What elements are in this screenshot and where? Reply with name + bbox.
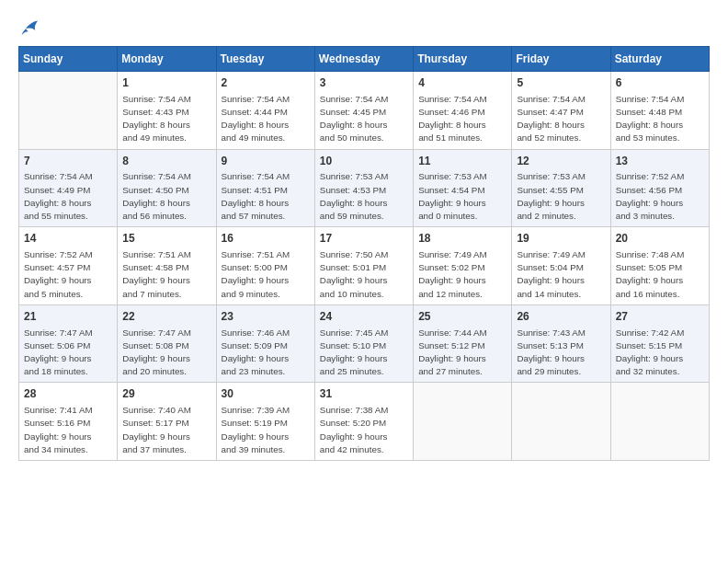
calendar-cell: 7Sunrise: 7:54 AM Sunset: 4:49 PM Daylig… xyxy=(19,149,118,227)
week-row-3: 14Sunrise: 7:52 AM Sunset: 4:57 PM Dayli… xyxy=(19,227,710,305)
calendar-cell: 5Sunrise: 7:54 AM Sunset: 4:47 PM Daylig… xyxy=(512,72,610,150)
day-number: 30 xyxy=(222,386,310,402)
day-number: 5 xyxy=(517,75,605,91)
header-day-monday: Monday xyxy=(118,47,216,72)
header-day-tuesday: Tuesday xyxy=(216,47,314,72)
cell-info: Sunrise: 7:51 AM Sunset: 5:00 PM Dayligh… xyxy=(222,248,310,301)
cell-info: Sunrise: 7:53 AM Sunset: 4:53 PM Dayligh… xyxy=(320,170,408,223)
day-number: 7 xyxy=(24,154,112,169)
cell-info: Sunrise: 7:50 AM Sunset: 5:01 PM Dayligh… xyxy=(320,248,408,301)
day-number: 23 xyxy=(222,309,310,325)
header-row: SundayMondayTuesdayWednesdayThursdayFrid… xyxy=(19,47,710,72)
calendar-cell: 14Sunrise: 7:52 AM Sunset: 4:57 PM Dayli… xyxy=(19,227,118,305)
cell-info: Sunrise: 7:44 AM Sunset: 5:12 PM Dayligh… xyxy=(418,327,506,379)
cell-info: Sunrise: 7:54 AM Sunset: 4:47 PM Dayligh… xyxy=(517,93,605,145)
logo-bird-icon xyxy=(20,17,40,37)
day-number: 6 xyxy=(616,75,704,91)
day-number: 13 xyxy=(616,154,704,169)
calendar-cell: 18Sunrise: 7:49 AM Sunset: 5:02 PM Dayli… xyxy=(414,227,512,305)
day-number: 8 xyxy=(122,154,210,169)
cell-info: Sunrise: 7:54 AM Sunset: 4:45 PM Dayligh… xyxy=(320,93,408,145)
day-number: 15 xyxy=(122,231,210,247)
calendar-cell: 8Sunrise: 7:54 AM Sunset: 4:50 PM Daylig… xyxy=(118,149,216,227)
cell-info: Sunrise: 7:38 AM Sunset: 5:20 PM Dayligh… xyxy=(320,404,408,456)
calendar-cell: 2Sunrise: 7:54 AM Sunset: 4:44 PM Daylig… xyxy=(216,72,314,150)
calendar-cell: 25Sunrise: 7:44 AM Sunset: 5:12 PM Dayli… xyxy=(414,304,512,383)
calendar-cell: 9Sunrise: 7:54 AM Sunset: 4:51 PM Daylig… xyxy=(216,149,314,227)
day-number: 9 xyxy=(222,154,310,169)
cell-info: Sunrise: 7:52 AM Sunset: 4:57 PM Dayligh… xyxy=(24,248,112,301)
calendar-body: 1Sunrise: 7:54 AM Sunset: 4:43 PM Daylig… xyxy=(19,72,710,461)
header-day-saturday: Saturday xyxy=(610,47,709,72)
calendar-cell: 1Sunrise: 7:54 AM Sunset: 4:43 PM Daylig… xyxy=(118,72,216,150)
day-number: 29 xyxy=(122,386,210,402)
calendar-cell: 4Sunrise: 7:54 AM Sunset: 4:46 PM Daylig… xyxy=(414,72,512,150)
calendar-cell: 19Sunrise: 7:49 AM Sunset: 5:04 PM Dayli… xyxy=(512,227,610,305)
cell-info: Sunrise: 7:53 AM Sunset: 4:54 PM Dayligh… xyxy=(418,170,506,223)
calendar-cell: 12Sunrise: 7:53 AM Sunset: 4:55 PM Dayli… xyxy=(512,149,610,227)
cell-info: Sunrise: 7:52 AM Sunset: 4:56 PM Dayligh… xyxy=(616,170,704,223)
calendar-cell: 3Sunrise: 7:54 AM Sunset: 4:45 PM Daylig… xyxy=(314,72,413,150)
calendar-cell: 31Sunrise: 7:38 AM Sunset: 5:20 PM Dayli… xyxy=(314,383,413,461)
calendar-cell: 28Sunrise: 7:41 AM Sunset: 5:16 PM Dayli… xyxy=(19,383,118,461)
day-number: 24 xyxy=(320,309,408,325)
day-number: 14 xyxy=(24,231,112,247)
day-number: 18 xyxy=(418,231,506,247)
calendar-cell: 6Sunrise: 7:54 AM Sunset: 4:48 PM Daylig… xyxy=(610,72,709,150)
cell-info: Sunrise: 7:45 AM Sunset: 5:10 PM Dayligh… xyxy=(320,327,408,379)
calendar-cell xyxy=(610,383,709,461)
cell-info: Sunrise: 7:39 AM Sunset: 5:19 PM Dayligh… xyxy=(222,404,310,456)
calendar-header: SundayMondayTuesdayWednesdayThursdayFrid… xyxy=(19,47,710,72)
day-number: 19 xyxy=(517,231,605,247)
day-number: 16 xyxy=(222,231,310,247)
day-number: 28 xyxy=(24,386,112,402)
calendar-cell: 21Sunrise: 7:47 AM Sunset: 5:06 PM Dayli… xyxy=(19,304,118,383)
day-number: 1 xyxy=(122,75,210,91)
cell-info: Sunrise: 7:54 AM Sunset: 4:46 PM Dayligh… xyxy=(418,93,506,145)
cell-info: Sunrise: 7:47 AM Sunset: 5:06 PM Dayligh… xyxy=(24,327,112,379)
calendar-cell: 29Sunrise: 7:40 AM Sunset: 5:17 PM Dayli… xyxy=(118,383,216,461)
calendar-cell: 17Sunrise: 7:50 AM Sunset: 5:01 PM Dayli… xyxy=(314,227,413,305)
header-day-sunday: Sunday xyxy=(19,47,118,72)
week-row-4: 21Sunrise: 7:47 AM Sunset: 5:06 PM Dayli… xyxy=(19,304,710,383)
cell-info: Sunrise: 7:54 AM Sunset: 4:44 PM Dayligh… xyxy=(222,93,310,145)
calendar-cell: 13Sunrise: 7:52 AM Sunset: 4:56 PM Dayli… xyxy=(610,149,709,227)
calendar-cell: 26Sunrise: 7:43 AM Sunset: 5:13 PM Dayli… xyxy=(512,304,610,383)
cell-info: Sunrise: 7:47 AM Sunset: 5:08 PM Dayligh… xyxy=(122,327,210,379)
day-number: 22 xyxy=(122,309,210,325)
day-number: 25 xyxy=(418,309,506,325)
calendar-cell: 30Sunrise: 7:39 AM Sunset: 5:19 PM Dayli… xyxy=(216,383,314,461)
cell-info: Sunrise: 7:46 AM Sunset: 5:09 PM Dayligh… xyxy=(222,327,310,379)
cell-info: Sunrise: 7:42 AM Sunset: 5:15 PM Dayligh… xyxy=(616,327,704,379)
calendar-cell: 20Sunrise: 7:48 AM Sunset: 5:05 PM Dayli… xyxy=(610,227,709,305)
cell-info: Sunrise: 7:54 AM Sunset: 4:43 PM Dayligh… xyxy=(122,93,210,145)
calendar-table: SundayMondayTuesdayWednesdayThursdayFrid… xyxy=(18,46,710,461)
cell-info: Sunrise: 7:54 AM Sunset: 4:48 PM Dayligh… xyxy=(616,93,704,145)
day-number: 31 xyxy=(320,386,408,402)
day-number: 20 xyxy=(616,231,704,247)
calendar-cell: 24Sunrise: 7:45 AM Sunset: 5:10 PM Dayli… xyxy=(314,304,413,383)
logo xyxy=(18,17,40,37)
week-row-5: 28Sunrise: 7:41 AM Sunset: 5:16 PM Dayli… xyxy=(19,383,710,461)
cell-info: Sunrise: 7:43 AM Sunset: 5:13 PM Dayligh… xyxy=(517,327,605,379)
cell-info: Sunrise: 7:49 AM Sunset: 5:04 PM Dayligh… xyxy=(517,248,605,301)
day-number: 17 xyxy=(320,231,408,247)
cell-info: Sunrise: 7:40 AM Sunset: 5:17 PM Dayligh… xyxy=(122,404,210,456)
calendar-cell: 27Sunrise: 7:42 AM Sunset: 5:15 PM Dayli… xyxy=(610,304,709,383)
cell-info: Sunrise: 7:41 AM Sunset: 5:16 PM Dayligh… xyxy=(24,404,112,456)
day-number: 3 xyxy=(320,75,408,91)
day-number: 12 xyxy=(517,154,605,169)
day-number: 2 xyxy=(222,75,310,91)
calendar-cell xyxy=(414,383,512,461)
cell-info: Sunrise: 7:54 AM Sunset: 4:51 PM Dayligh… xyxy=(222,170,310,223)
header-day-friday: Friday xyxy=(512,47,610,72)
day-number: 26 xyxy=(517,309,605,325)
day-number: 10 xyxy=(320,154,408,169)
day-number: 27 xyxy=(616,309,704,325)
calendar-cell xyxy=(512,383,610,461)
cell-info: Sunrise: 7:49 AM Sunset: 5:02 PM Dayligh… xyxy=(418,248,506,301)
cell-info: Sunrise: 7:54 AM Sunset: 4:49 PM Dayligh… xyxy=(24,170,112,223)
cell-info: Sunrise: 7:53 AM Sunset: 4:55 PM Dayligh… xyxy=(517,170,605,223)
day-number: 21 xyxy=(24,309,112,325)
header xyxy=(18,17,710,37)
